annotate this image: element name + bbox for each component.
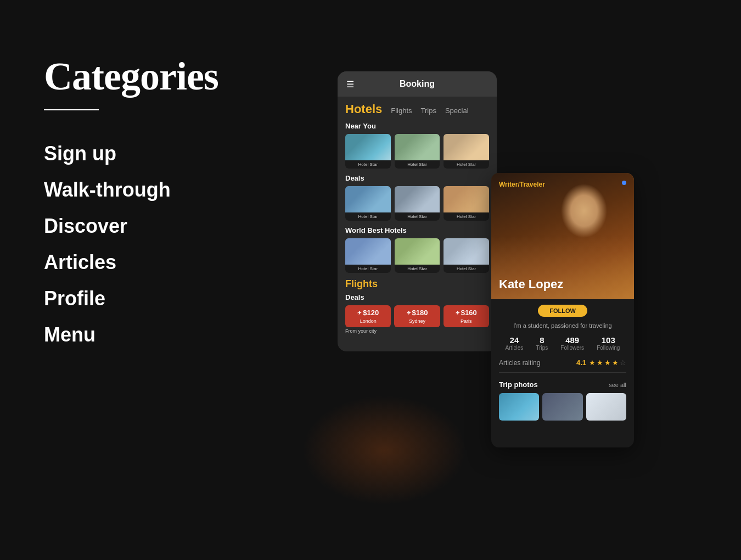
hotel-name-6: Hotel Star: [444, 212, 489, 221]
stat-following-number: 103: [597, 335, 620, 345]
flight-deals-label: Deals: [345, 293, 489, 301]
trip-photos-label: Trip photos: [499, 380, 538, 389]
follow-button[interactable]: FOLLOW: [538, 305, 587, 317]
flight-card-sydney[interactable]: ✈ $180 Sydney: [394, 305, 440, 327]
flight-price-london: ✈ $120: [347, 309, 389, 317]
flight-card-london[interactable]: ✈ $120 London: [345, 305, 391, 327]
stat-following: 103 Following: [597, 335, 620, 351]
profile-card: Writer/Traveler Kate Lopez FOLLOW I'm a …: [491, 173, 634, 447]
hotel-name-2: Hotel Star: [395, 160, 440, 169]
hotel-card-4[interactable]: Hotel Star: [345, 186, 391, 221]
stat-followers-label: Followers: [560, 345, 584, 351]
stat-following-label: Following: [597, 345, 620, 351]
nav-item-signup[interactable]: Sign up: [44, 138, 274, 170]
booking-body: Hotels Flights Trips Special Near You Ho…: [338, 97, 497, 339]
see-all-link[interactable]: see all: [609, 382, 626, 388]
background-glow: [302, 395, 467, 505]
hotel-name-9: Hotel Star: [444, 265, 489, 273]
menu-icon[interactable]: ☰: [346, 79, 354, 89]
photos-row: [499, 393, 626, 421]
hotel-name-8: Hotel Star: [395, 265, 440, 273]
hotel-name-1: Hotel Star: [345, 160, 391, 169]
stat-trips-label: Trips: [536, 345, 548, 351]
booking-title: Booking: [400, 79, 435, 89]
flight-city-sydney: Sydney: [396, 318, 437, 324]
tab-hotels[interactable]: Hotels: [345, 102, 382, 116]
stat-articles: 24 Articles: [506, 335, 524, 351]
trip-photo-3[interactable]: [586, 393, 626, 421]
hotel-card-6[interactable]: Hotel Star: [444, 186, 489, 221]
star-2: ★: [597, 359, 603, 367]
title-divider: [44, 109, 99, 110]
rating-label: Articles raiting: [499, 359, 540, 367]
hotel-card-5[interactable]: Hotel Star: [395, 186, 440, 221]
nav-list: Sign up Walk-through Discover Articles P…: [44, 138, 274, 351]
flight-card-paris[interactable]: ✈ $160 Paris: [444, 305, 489, 327]
booking-phone: ☰ Booking Hotels Flights Trips Special N…: [338, 71, 497, 351]
star-1: ★: [589, 359, 596, 367]
online-indicator: [622, 181, 626, 185]
stat-trips-number: 8: [536, 335, 548, 345]
hotel-name-3: Hotel Star: [444, 160, 489, 169]
left-panel: Categories Sign up Walk-through Discover…: [44, 55, 274, 351]
trip-photo-1[interactable]: [499, 393, 539, 421]
star-4: ★: [612, 359, 619, 367]
trip-photo-2[interactable]: [542, 393, 582, 421]
flight-city-paris: Paris: [446, 318, 487, 324]
booking-header: ☰ Booking: [338, 71, 497, 97]
profile-hero: Writer/Traveler Kate Lopez: [491, 173, 634, 299]
stat-followers-number: 489: [560, 335, 584, 345]
stat-followers: 489 Followers: [560, 335, 584, 351]
near-you-label: Near You: [345, 122, 489, 130]
world-best-label: World Best Hotels: [345, 226, 489, 234]
stats-row: 24 Articles 8 Trips 489 Followers 103 Fo…: [499, 335, 626, 351]
star-5: ☆: [620, 359, 626, 367]
nav-item-menu[interactable]: Menu: [44, 319, 274, 351]
nav-item-profile[interactable]: Profile: [44, 283, 274, 315]
stat-articles-number: 24: [506, 335, 524, 345]
deals-grid: Hotel Star Hotel Star Hotel Star: [345, 186, 489, 221]
near-you-grid: Hotel Star Hotel Star Hotel Star: [345, 134, 489, 169]
flight-city-london: London: [347, 318, 389, 324]
rating-value: 4.1 ★ ★ ★ ★ ☆: [576, 359, 626, 367]
deals-label: Deals: [345, 174, 489, 182]
stat-trips: 8 Trips: [536, 335, 548, 351]
world-best-grid: Hotel Star Hotel Star Hotel Star: [345, 238, 489, 273]
hotel-card-2[interactable]: Hotel Star: [395, 134, 440, 169]
flight-deals-grid: ✈ $120 London ✈ $180 Sydney ✈ $160 Paris: [345, 305, 489, 327]
nav-item-discover[interactable]: Discover: [44, 210, 274, 242]
writer-badge: Writer/Traveler: [499, 181, 545, 188]
hotel-card-1[interactable]: Hotel Star: [345, 134, 391, 169]
tab-trips[interactable]: Trips: [421, 107, 436, 115]
rating-row: Articles raiting 4.1 ★ ★ ★ ★ ☆: [499, 359, 626, 373]
tabs-row: Hotels Flights Trips Special: [345, 102, 489, 116]
hotel-name-4: Hotel Star: [345, 212, 391, 221]
tab-flights[interactable]: Flights: [391, 107, 412, 115]
rating-number: 4.1: [576, 359, 586, 367]
trip-photos-header: Trip photos see all: [499, 380, 626, 389]
flight-price-sydney: ✈ $180: [396, 309, 437, 317]
stat-articles-label: Articles: [506, 345, 524, 351]
page-title: Categories: [44, 55, 274, 98]
profile-name: Kate Lopez: [499, 277, 563, 292]
hotel-card-7[interactable]: Hotel Star: [345, 238, 391, 273]
hotel-name-5: Hotel Star: [395, 212, 440, 221]
tab-special[interactable]: Special: [445, 107, 469, 115]
flights-title: Flights: [345, 278, 489, 290]
hotel-card-8[interactable]: Hotel Star: [395, 238, 440, 273]
nav-item-articles[interactable]: Articles: [44, 247, 274, 278]
stars: ★ ★ ★ ★ ☆: [589, 359, 626, 367]
profile-name-area: Kate Lopez: [499, 277, 563, 292]
profile-bio: I'm a student, passioned for traveling: [499, 322, 626, 329]
hotel-name-7: Hotel Star: [345, 265, 391, 273]
flight-price-paris: ✈ $160: [446, 309, 487, 317]
profile-body: FOLLOW I'm a student, passioned for trav…: [491, 299, 634, 426]
hotel-card-3[interactable]: Hotel Star: [444, 134, 489, 169]
hotel-card-9[interactable]: Hotel Star: [444, 238, 489, 273]
from-city-label: From your city: [345, 328, 489, 334]
star-3: ★: [604, 359, 611, 367]
nav-item-walkthrough[interactable]: Walk-through: [44, 174, 274, 206]
